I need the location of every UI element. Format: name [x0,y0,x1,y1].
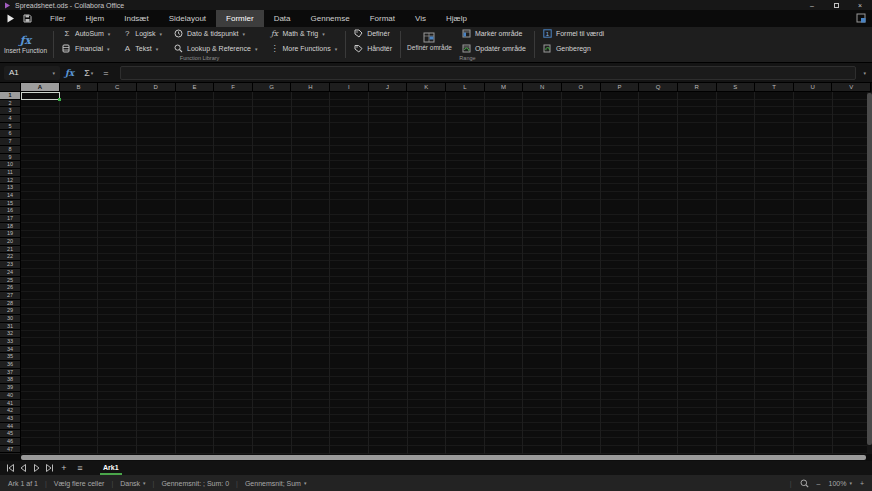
column-header-A[interactable]: A [21,83,60,92]
menu-item-sidelayout[interactable]: Sidelayout [159,10,216,27]
define-name-button[interactable]: Definér [348,27,398,40]
row-header-11[interactable]: 11 [0,169,21,177]
vertical-scrollbar-thumb[interactable] [867,93,872,445]
row-header-31[interactable]: 31 [0,323,21,331]
equals-icon[interactable]: = [98,68,113,78]
maximize-button[interactable] [824,0,848,10]
row-header-18[interactable]: 18 [0,223,21,231]
row-header-8[interactable]: 8 [0,146,21,154]
update-range-button[interactable]: Opdatér område [456,42,532,55]
row-header-19[interactable]: 19 [0,230,21,238]
menu-item-format[interactable]: Format [360,10,405,27]
column-header-N[interactable]: N [523,83,562,92]
previous-sheet-icon[interactable] [17,461,30,475]
row-header-10[interactable]: 10 [0,161,21,169]
menu-item-formler[interactable]: Formler [216,10,264,27]
column-header-F[interactable]: F [214,83,253,92]
expand-formula-bar-icon[interactable]: ▾ [863,70,866,76]
column-header-P[interactable]: P [601,83,640,92]
horizontal-scrollbar[interactable] [0,454,872,461]
row-header-36[interactable]: 36 [0,361,21,369]
row-header-35[interactable]: 35 [0,353,21,361]
menu-item-vis[interactable]: Vis [405,10,436,27]
row-header-27[interactable]: 27 [0,292,21,300]
row-header-14[interactable]: 14 [0,192,21,200]
row-header-1[interactable]: 1 [0,92,21,100]
row-header-20[interactable]: 20 [0,238,21,246]
language-selector[interactable]: Dansk ▾ [120,480,145,487]
formula-to-value-button[interactable]: 1 Formel til værdi [537,27,610,40]
autosum-icon[interactable]: Σ ▾ [79,68,98,78]
row-header-21[interactable]: 21 [0,246,21,254]
column-header-I[interactable]: I [330,83,369,92]
row-header-13[interactable]: 13 [0,184,21,192]
menu-item-filer[interactable]: Filer [40,10,76,27]
lookup-reference-button[interactable]: Lookup & Reference ▾ [168,42,263,55]
column-header-U[interactable]: U [794,83,833,92]
app-menu-icon[interactable] [6,14,15,23]
column-header-E[interactable]: E [176,83,215,92]
row-header-33[interactable]: 33 [0,338,21,346]
column-header-H[interactable]: H [291,83,330,92]
manage-names-button[interactable]: Håndtér [348,42,398,55]
row-header-25[interactable]: 25 [0,277,21,285]
insert-function-button[interactable]: ƒx Insert Function [0,27,51,62]
row-header-23[interactable]: 23 [0,261,21,269]
row-header-45[interactable]: 45 [0,430,21,438]
text-button[interactable]: A Tekst ▾ [116,42,168,55]
logical-button[interactable]: ? Logisk ▾ [116,27,168,40]
row-header-7[interactable]: 7 [0,138,21,146]
math-trig-button[interactable]: ƒx Math & Trig ▾ [263,27,343,40]
close-button[interactable]: × [848,0,872,10]
row-header-43[interactable]: 43 [0,415,21,423]
row-header-39[interactable]: 39 [0,384,21,392]
row-header-32[interactable]: 32 [0,330,21,338]
row-header-42[interactable]: 42 [0,407,21,415]
define-range-button[interactable]: Definér område [403,27,456,55]
row-header-6[interactable]: 6 [0,130,21,138]
horizontal-scrollbar-thumb[interactable] [21,455,866,460]
zoom-out-button[interactable]: – [817,480,821,487]
row-header-29[interactable]: 29 [0,307,21,315]
column-header-J[interactable]: J [369,83,408,92]
menu-item-indsæt[interactable]: Indsæt [114,10,158,27]
row-header-46[interactable]: 46 [0,438,21,446]
row-header-4[interactable]: 4 [0,115,21,123]
zoom-icon[interactable] [800,479,809,488]
fill-handle[interactable] [58,98,61,101]
row-header-2[interactable]: 2 [0,100,21,108]
row-header-30[interactable]: 30 [0,315,21,323]
row-header-12[interactable]: 12 [0,177,21,185]
select-range-button[interactable]: Markér område [456,27,532,40]
more-functions-button[interactable]: ⋮ More Functions ▾ [263,42,343,55]
function-wizard-icon[interactable]: ƒx [60,68,79,78]
column-header-B[interactable]: B [60,83,99,92]
row-header-17[interactable]: 17 [0,215,21,223]
row-header-3[interactable]: 3 [0,107,21,115]
zoom-in-button[interactable]: + [860,480,864,487]
row-header-16[interactable]: 16 [0,207,21,215]
column-header-S[interactable]: S [717,83,756,92]
autosum-button[interactable]: Σ AutoSum ▾ [56,27,116,40]
row-header-15[interactable]: 15 [0,200,21,208]
sheet-tab-ark1[interactable]: Ark1 [100,461,122,475]
add-sheet-icon[interactable]: + [56,461,72,475]
column-header-O[interactable]: O [562,83,601,92]
row-header-40[interactable]: 40 [0,392,21,400]
minimize-button[interactable]: – [800,0,824,10]
menu-item-hjem[interactable]: Hjem [76,10,115,27]
next-sheet-icon[interactable] [30,461,43,475]
column-header-M[interactable]: M [485,83,524,92]
collapse-ribbon-icon[interactable] [856,13,867,24]
column-header-D[interactable]: D [137,83,176,92]
row-header-22[interactable]: 22 [0,253,21,261]
vertical-scrollbar[interactable] [867,92,872,454]
row-header-9[interactable]: 9 [0,154,21,162]
column-header-R[interactable]: R [678,83,717,92]
column-header-T[interactable]: T [755,83,794,92]
row-header-24[interactable]: 24 [0,269,21,277]
date-time-button[interactable]: Dato & tidspunkt ▾ [168,27,263,40]
selection-mode-status[interactable]: Vælg flere celler [54,480,105,487]
column-header-C[interactable]: C [98,83,137,92]
save-icon[interactable] [23,14,32,23]
